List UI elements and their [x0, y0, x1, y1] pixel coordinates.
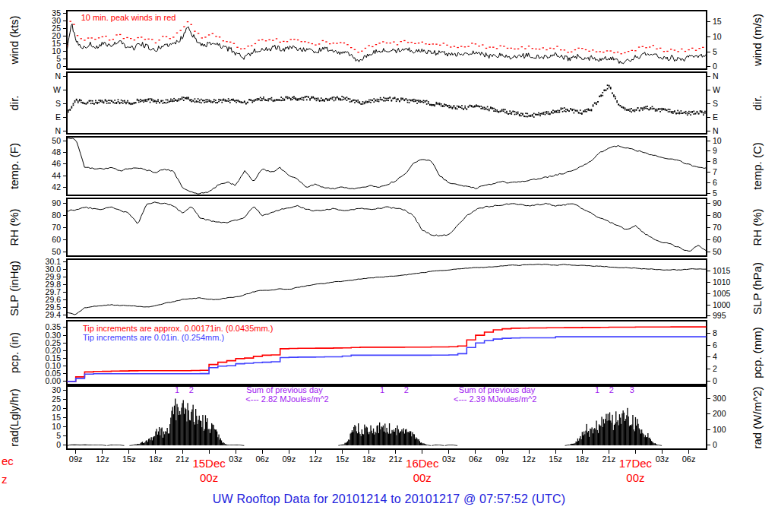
y-tick-label-right: 1005	[713, 289, 731, 298]
y-tick-label-left: 80	[52, 211, 61, 220]
series-wind_kts	[67, 24, 707, 64]
x-tick-label: 21z	[176, 454, 189, 464]
x-tick-label: 18z	[149, 454, 163, 464]
x-tick-date-partial: ec	[2, 454, 14, 467]
y-tick-label-right: 995	[713, 311, 726, 320]
annotation: <--- 2.82 MJoules/m^2	[245, 394, 328, 404]
y-tick-label-right: 5	[713, 188, 717, 198]
y-tick-label-left: 44	[52, 171, 61, 180]
y-tick-label-right: 1010	[713, 277, 731, 287]
x-tick-date: 16Dec	[406, 457, 439, 470]
x-tick-label: 06z	[255, 454, 269, 464]
y-tick-label-left: 20	[52, 404, 61, 413]
annotation: <--- 2.39 MJoules/m^2	[454, 394, 536, 404]
y-tick-label-right: 80	[713, 211, 722, 220]
series-temp_F	[67, 138, 706, 194]
panel-rad: 0510152025300100200300rad(Lgly/hr)rad (W…	[8, 385, 764, 449]
annotation: 1	[595, 385, 599, 394]
x-tick-date-hour: 00z	[200, 471, 218, 484]
x-tick-label: 03z	[229, 454, 242, 464]
y-tick-label-left: 70	[52, 223, 61, 232]
y-tick-label-left: 46	[52, 159, 61, 168]
axis-title-right: dir.	[751, 95, 764, 110]
annotation: 2	[609, 385, 614, 394]
y-tick-label-left: 30	[52, 385, 61, 394]
x-tick-label: 09z	[495, 454, 509, 464]
y-tick-label-left: 48	[52, 147, 61, 157]
y-tick-label-left: 42	[52, 182, 61, 192]
y-tick-label-left: 10	[52, 422, 61, 431]
annotation: Sum of previous day	[459, 385, 536, 394]
axis-title-right: temp. (C)	[751, 142, 764, 190]
y-tick-label-right: S	[713, 99, 718, 108]
y-tick-label-left: 0	[56, 440, 61, 449]
y-tick-label-right: 10	[713, 136, 722, 145]
y-tick-label-right: 70	[713, 223, 722, 232]
axis-title-left: temp. (F)	[8, 143, 21, 189]
y-tick-label-left: 60	[52, 235, 61, 244]
annotation: 2	[189, 385, 194, 394]
y-tick-label-left: 0.35	[46, 322, 62, 331]
x-tick-label: 15z	[336, 454, 349, 464]
y-tick-label-right: N	[713, 71, 719, 81]
x-tick-label: 18z	[362, 454, 376, 464]
x-tick-label: 06z	[469, 454, 482, 464]
y-tick-label-right: 8	[713, 157, 717, 166]
axis-title-left: wind (kts)	[8, 15, 21, 65]
x-tick-date: 17Dec	[619, 457, 653, 470]
y-tick-label-right: 15	[713, 17, 722, 26]
y-tick-label-right: 60	[713, 235, 722, 244]
y-tick-label-left: E	[55, 112, 61, 122]
panel-border	[67, 137, 707, 195]
y-tick-label-right: 4	[713, 352, 717, 361]
panel-pcp: 0.000.050.100.150.200.250.300.3502468pcp…	[8, 321, 764, 385]
annotation: Sum of previous day	[246, 385, 323, 394]
axis-title-right: pcp. (mm)	[751, 327, 764, 378]
panel-wind: 05101520253035051015wind (kts)wind (m/s)…	[8, 8, 764, 71]
y-tick-label-right: 0	[713, 440, 717, 449]
y-tick-label-left: 25	[52, 394, 61, 404]
axis-title-left: RH (%)	[8, 208, 21, 245]
y-tick-label-right: 2	[713, 364, 717, 373]
x-tick-label: 09z	[282, 454, 296, 464]
y-tick-label-right: 6	[713, 340, 717, 350]
y-tick-label-right: 10	[713, 32, 722, 41]
y-tick-label-right: 0	[713, 62, 717, 71]
y-tick-label-right: 1000	[713, 300, 731, 309]
panel-slp: 29.429.529.629.729.829.930.030.199510001…	[8, 257, 764, 321]
axis-title-right: SLP (hPa)	[751, 262, 764, 315]
chart-title: UW Rooftop Data for 20101214 to 20101217…	[0, 492, 778, 506]
x-tick-label: 03z	[442, 454, 456, 464]
panel-rh: 50607080905060708090RH (%)RH (%)	[8, 198, 764, 256]
y-tick-label-left: 30.1	[46, 257, 62, 266]
y-tick-label-right: 9	[713, 146, 717, 155]
x-tick-date-hour-partial: z	[2, 473, 8, 486]
y-tick-label-right: 7	[713, 167, 717, 176]
x-tick-label: 09z	[69, 454, 83, 464]
annotation: Tip increments are approx. 0.00171in. (0…	[83, 324, 273, 333]
y-tick-label-right: 50	[713, 247, 722, 256]
y-tick-label-left: N	[55, 71, 61, 81]
y-tick-label-left: 15	[52, 413, 61, 422]
y-tick-label-right: 300	[713, 394, 726, 403]
x-tick-label: 21z	[389, 454, 403, 464]
y-tick-label-right: 100	[713, 425, 726, 434]
y-tick-label-right: 90	[713, 198, 722, 207]
x-tick-label: 12z	[309, 454, 323, 464]
x-tick-label: 15z	[122, 454, 136, 464]
screenshot-root: 05101520253035051015wind (kts)wind (m/s)…	[0, 0, 778, 532]
axis-title-right: RH (%)	[751, 208, 764, 245]
time-axis: 09z12z15z18z21z15Dec00z03z06z09z12z15z18…	[2, 449, 695, 486]
axis-title-left: dir.	[8, 95, 21, 110]
axis-title-left: pcp. (in)	[8, 332, 21, 373]
annotation: 1	[175, 385, 179, 394]
x-tick-date-hour: 00z	[413, 471, 432, 484]
y-tick-label-left: 90	[52, 198, 61, 207]
y-tick-label-left: 35	[52, 8, 61, 17]
annotation: 2	[404, 385, 409, 394]
y-tick-label-left: W	[53, 85, 61, 94]
axis-title-right: wind (m/s)	[751, 14, 764, 67]
x-tick-label: 06z	[682, 454, 696, 464]
series-slp_inHg	[67, 264, 706, 315]
annotation: 1	[380, 385, 384, 394]
